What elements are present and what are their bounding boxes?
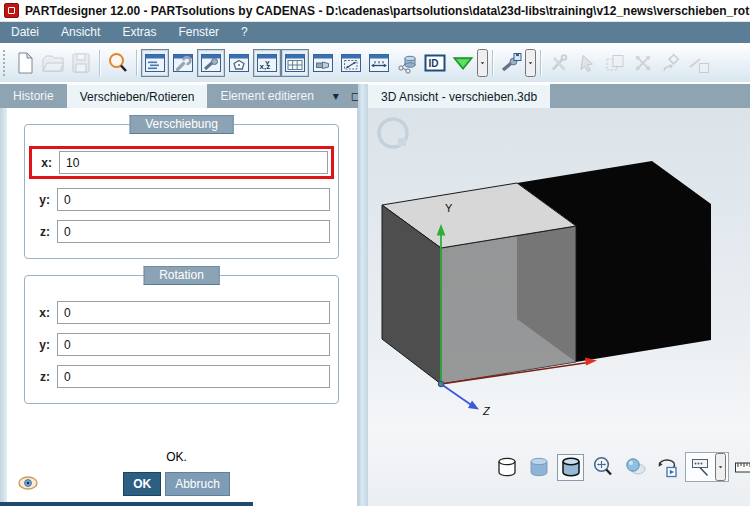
verschieben-rotieren-panel: Verschiebung x: y: z: Rotation x: [0,108,358,506]
measure-window-icon[interactable] [365,49,393,77]
gray-cube-front-face[interactable] [441,226,576,384]
rotation-compass-icon[interactable] [379,119,407,147]
annotation-combo-icon-glyph[interactable] [688,454,715,481]
menu-datei[interactable]: Datei [0,22,50,43]
verschiebung-group-title: Verschiebung [129,115,234,134]
tab-verschieben-rotieren[interactable]: Verschieben/Rotieren [67,84,208,108]
verschiebung-y-input[interactable] [57,188,330,211]
menu-bar: Datei Ansicht Extras Fenster ? [0,22,750,43]
rotation-z-row: z: [33,365,330,388]
viewer-tab-bar: 3D Ansicht - verschieben.3db [368,84,750,108]
y-axis-label: Y [445,202,453,214]
render-quality-icon[interactable] [621,454,648,481]
animate-rotation-icon[interactable] [653,454,680,481]
variables-xyz-window-icon[interactable] [253,49,281,77]
window-title: PARTdesigner 12.00 - PARTsolutions by CA… [25,4,750,18]
settings-tools-icon [545,49,573,77]
rotation-group-title: Rotation [143,266,220,285]
cancel-button[interactable]: Abbruch [165,472,230,496]
export-part-icon-dropdown-icon[interactable] [525,49,536,77]
verschiebung-group: Verschiebung x: y: z: [24,124,339,259]
pointer-tool-icon [573,49,601,77]
table-window-icon[interactable] [281,49,309,77]
verschiebung-z-label: z: [33,225,50,239]
visibility-eye-icon[interactable] [18,476,38,494]
rotate-element-icon [657,49,685,77]
sketch-window-icon[interactable] [225,49,253,77]
menu-extras[interactable]: Extras [111,22,167,43]
panel-bottom-area: OK. OK Abbruch [10,450,343,500]
rotation-group: Rotation x: y: z: [24,275,339,404]
verschiebung-z-input[interactable] [57,220,330,243]
viewer-panel: 3D Ansicht - verschieben.3db [368,84,750,506]
clipped-edge-icon [685,49,713,77]
tab-historie[interactable]: Historie [0,84,67,108]
tab-element-editieren[interactable]: Element editieren [207,84,326,108]
copy-geometry-icon [601,49,629,77]
menu-help[interactable]: ? [230,22,259,43]
annotation-combo-icon[interactable] [685,452,729,482]
open-file-icon [39,49,67,77]
save-icon [67,49,95,77]
rotation-x-input[interactable] [57,301,330,324]
verschiebung-y-label: y: [33,193,50,207]
verschiebung-y-row: y: [33,188,330,211]
verschiebung-z-row: z: [33,220,330,243]
toolbar-grip[interactable] [3,50,9,76]
z-axis-label: Z [482,405,491,417]
history-window-icon[interactable] [141,49,169,77]
dimension-window-icon[interactable] [337,49,365,77]
wireframe-mode-icon[interactable] [493,454,520,481]
fit-expand-icon [629,49,657,77]
rotation-x-label: x: [33,306,50,320]
3d-canvas[interactable]: Y Z [368,108,750,506]
rotation-x-row: x: [33,301,330,324]
title-bar: PARTdesigner 12.00 - PARTsolutions by CA… [0,0,750,22]
viewer-toolbar [493,452,750,482]
ok-button[interactable]: OK [123,472,161,496]
origin-point [438,381,444,387]
menu-fenster[interactable]: Fenster [167,22,230,43]
zoom-fit-icon[interactable] [589,454,616,481]
search-icon[interactable] [104,49,132,77]
tab-3d-ansicht[interactable]: 3D Ansicht - verschieben.3db [368,84,550,108]
toolbar-separator [492,50,493,76]
panel-menu-icon[interactable]: ▾ [327,87,345,105]
shaded-mode-icon[interactable] [525,454,552,481]
app-logo-icon [4,3,19,18]
part-preview-window-icon[interactable] [309,49,337,77]
rotation-z-label: z: [33,370,50,384]
rotation-z-input[interactable] [57,365,330,388]
toolbar-separator [136,50,137,76]
direction-triangle-icon[interactable] [449,49,477,77]
rotation-y-label: y: [33,338,50,352]
verschiebung-x-label: x: [35,156,52,170]
ruler-measure-icon[interactable] [734,454,750,481]
status-text: OK. [10,450,343,464]
toolbar-separator [540,50,541,76]
shaded-edges-mode-icon[interactable] [557,454,584,481]
dock-panel: Historie Verschieben/Rotieren Element ed… [0,84,358,506]
screw-window-icon[interactable] [197,49,225,77]
annotation-combo-icon-dropdown-icon[interactable] [715,453,726,481]
viewer-body: Y Z [368,108,750,506]
menu-ansicht[interactable]: Ansicht [50,22,111,43]
direction-triangle-icon-dropdown-icon[interactable] [477,49,488,77]
panel-bottom-edge [0,502,253,506]
z-axis [441,384,479,410]
panel-splitter[interactable] [358,84,368,506]
export-part-icon[interactable] [497,49,525,77]
rotation-y-row: y: [33,333,330,356]
rotation-y-input[interactable] [57,333,330,356]
main-area: Historie Verschieben/Rotieren Element ed… [0,84,750,506]
wrench-window-icon[interactable] [169,49,197,77]
verschiebung-x-input[interactable] [59,151,328,174]
verschiebung-x-row: x: [29,146,334,179]
id-icon[interactable] [421,49,449,77]
part-links-icon[interactable] [393,49,421,77]
main-toolbar [0,43,750,84]
dock-tab-bar: Historie Verschieben/Rotieren Element ed… [0,84,358,108]
toolbar-separator [99,50,100,76]
new-file-icon[interactable] [11,49,39,77]
